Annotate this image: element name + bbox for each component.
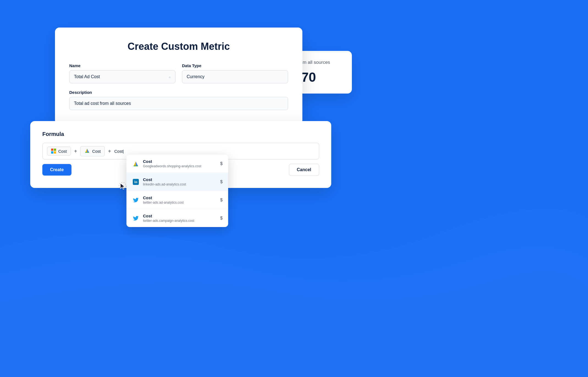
main-form-card: Create Custom Metric Name Total Ad Cost … xyxy=(55,28,302,124)
page-title: Create Custom Metric xyxy=(69,41,288,52)
dropdown-item-linkedin[interactable]: in Cost linkedin-ads.ad-analytics.cost $ xyxy=(126,173,228,191)
cursor-arrow xyxy=(118,182,127,190)
dropdown-item-path-2: linkedin-ads.ad-analytics.cost xyxy=(143,182,217,186)
operator-plus-1: + xyxy=(74,148,77,154)
dropdown-item-path-1: Googleadwords.shopping-analytics.cost xyxy=(143,164,217,168)
dropdown-item-twitter-2[interactable]: Cost twitter-ads.campaign-analytics.cost… xyxy=(126,209,228,227)
diamond-icon: ⬦ xyxy=(169,75,171,79)
description-label: Description xyxy=(69,90,288,95)
chip-cost-label-2: Cost xyxy=(92,149,101,154)
dropdown-item-name-4: Cost xyxy=(143,214,217,218)
dropdown-item-currency-3: $ xyxy=(220,198,223,203)
dropdown-item-name-2: Cost xyxy=(143,177,217,182)
name-group: Name Total Ad Cost ⬦ xyxy=(69,63,175,83)
twitter-dropdown-icon-1 xyxy=(132,196,140,204)
data-type-input[interactable]: Currency xyxy=(182,70,288,83)
dropdown-item-currency-1: $ xyxy=(220,161,223,166)
cancel-button[interactable]: Cancel xyxy=(289,164,319,176)
description-group: Description xyxy=(69,90,288,110)
google-ads-icon xyxy=(84,148,90,154)
dropdown-item-twitter-1[interactable]: Cost twitter-ads.ad-analytics.cost $ xyxy=(126,191,228,209)
dropdown-item-path-3: twitter-ads.ad-analytics.cost xyxy=(143,201,217,204)
dropdown-item-path-4: twitter-ads.campaign-analytics.cost xyxy=(143,219,217,223)
operator-plus-2: + xyxy=(108,148,111,154)
name-input[interactable]: Total Ad Cost ⬦ xyxy=(69,70,175,83)
formula-chip-google-ads[interactable]: Cost xyxy=(80,146,105,156)
formula-chip-microsoft[interactable]: Cost xyxy=(47,147,71,155)
name-label: Name xyxy=(69,63,175,68)
google-ads-dropdown-icon xyxy=(132,160,140,168)
dropdown-item-currency-4: $ xyxy=(220,216,223,221)
dropdown-item-googleads[interactable]: Cost Googleadwords.shopping-analytics.co… xyxy=(126,155,228,173)
data-type-label: Data Type xyxy=(182,63,288,68)
dropdown-item-name-1: Cost xyxy=(143,159,217,164)
cost-dropdown: Cost Googleadwords.shopping-analytics.co… xyxy=(126,155,228,227)
svg-marker-7 xyxy=(120,183,125,189)
formula-typing-text[interactable]: Cost xyxy=(114,149,124,154)
dropdown-item-name-3: Cost xyxy=(143,195,217,200)
linkedin-dropdown-icon: in xyxy=(132,178,140,186)
chip-cost-label-1: Cost xyxy=(58,149,67,154)
name-datatype-row: Name Total Ad Cost ⬦ Data Type Currency xyxy=(69,63,288,83)
dropdown-item-currency-2: $ xyxy=(220,179,223,184)
description-input[interactable] xyxy=(69,97,288,110)
create-button[interactable]: Create xyxy=(42,164,71,176)
microsoft-icon xyxy=(51,149,56,154)
data-type-group: Data Type Currency xyxy=(182,63,288,83)
twitter-dropdown-icon-2 xyxy=(132,214,140,222)
formula-title: Formula xyxy=(42,131,319,137)
